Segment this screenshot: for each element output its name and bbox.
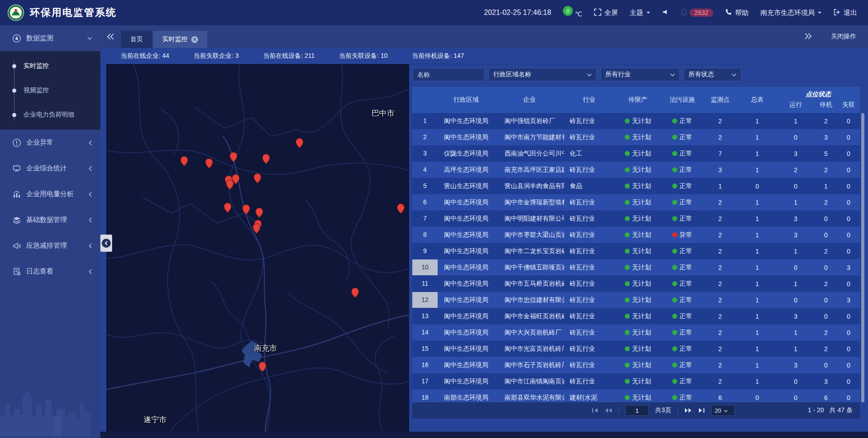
map-pin[interactable]	[351, 287, 359, 298]
tab-realtime-monitor[interactable]: 实时监控 ✕	[153, 31, 207, 48]
cell-stop-status: 无计划	[614, 312, 662, 320]
collapse-sidebar-button[interactable]	[100, 235, 112, 252]
table-header: 行政区域 企业 行业 停限产 治污设施 监测点 总表 点位状态 运行 停机 失联	[412, 87, 860, 113]
table-row[interactable]: 1阆中生态环境局阆中强锐页岩砖厂砖瓦行业无计划正常21120	[412, 113, 860, 129]
map-pin[interactable]	[224, 203, 231, 213]
table-row[interactable]: 10阆中生态环境局阆中千佛镇五郎垭页岩砖瓦行业无计划正常21003	[412, 259, 860, 275]
sidebar-item-video-monitor[interactable]: 视频监控	[0, 78, 100, 103]
stat-item: 当前失联设备: 10	[339, 52, 387, 60]
table-row[interactable]: 13阆中生态环境局阆中市金福旺页岩机砖砖瓦行业无计划正常21300	[412, 308, 860, 324]
row-index: 2	[412, 129, 438, 145]
cell-run-count: 3	[777, 150, 815, 157]
map-pin[interactable]	[259, 362, 266, 372]
table-row[interactable]: 6阆中生态环境局阆中市金博瑞新型墙材砖瓦行业无计划正常21120	[412, 194, 860, 210]
name-filter-input[interactable]	[412, 68, 485, 81]
cell-region: 阆中生态环境局	[438, 280, 495, 288]
column-header-lost: 失联	[837, 101, 860, 109]
sidebar-subitem-label: 实时监控	[24, 62, 49, 70]
cell-lost-count: 0	[837, 215, 860, 222]
help-button[interactable]: 帮助	[725, 9, 749, 17]
scroll-tabs-right-icon[interactable]	[805, 33, 812, 41]
volume-icon	[662, 9, 669, 17]
table-row[interactable]: 15阆中生态环境局阆中市光富页岩机砖厂砖瓦行业无计划正常21120	[412, 341, 860, 357]
logout-button[interactable]: 退出	[833, 9, 857, 17]
cell-run-count: 0	[777, 378, 815, 385]
table-row[interactable]: 16阆中生态环境局阆中市石子页岩机砖厂砖瓦行业无计划正常21300	[412, 357, 860, 373]
table-row[interactable]: 12阆中生态环境局阆中市忠信建材有限公砖瓦行业无计划正常21003	[412, 292, 860, 308]
close-tab-icon[interactable]: ✕	[191, 36, 198, 43]
record-range-label: 1 - 20 共 47 条	[808, 406, 853, 414]
table-scrollbar[interactable]	[861, 113, 864, 402]
table-row[interactable]: 3仪陇生态环境局西南油气田分公司川中化工无计划正常71350	[412, 146, 860, 161]
sidebar-item-log-view[interactable]: 日志查看	[0, 259, 100, 284]
tab-home[interactable]: 首页	[121, 31, 152, 48]
row-index: 8	[412, 227, 438, 243]
org-dropdown[interactable]: 南充市生态环境局	[760, 9, 821, 17]
industry-filter-select[interactable]: 所有行业	[600, 68, 680, 81]
cell-lost-count: 3	[837, 297, 860, 304]
cell-meter-count: 1	[738, 248, 777, 255]
table-row[interactable]: 2阆中生态环境局阆中市南方节能建材有砖瓦行业无计划正常21030	[412, 129, 860, 145]
status-filter-select[interactable]: 所有状态	[684, 68, 741, 81]
sidebar-item-realtime-monitor[interactable]: 实时监控	[0, 54, 100, 78]
cell-facility-status: 正常	[662, 117, 703, 125]
table-row[interactable]: 5营山生态环境局营山县润丰肉食品有限食品无计划正常10010	[412, 178, 860, 194]
map-pin[interactable]	[262, 154, 270, 164]
status-dot	[625, 216, 630, 221]
sidebar-item-data-monitor[interactable]: 数据监测	[0, 25, 100, 51]
map-pin[interactable]	[397, 203, 405, 214]
sidebar-skyline-decoration	[0, 377, 100, 438]
fullscreen-button[interactable]: 全屏	[594, 9, 618, 17]
table-row[interactable]: 18南部生态环境局南部县双华水泥有限公建材(水泥无计划正常60060	[412, 390, 860, 402]
last-page-button[interactable]	[698, 408, 705, 413]
region-filter-select[interactable]: 行政区域名称	[488, 68, 597, 81]
map-pin[interactable]	[242, 204, 250, 215]
cell-industry: 砖瓦行业	[564, 166, 614, 174]
page-size-select[interactable]: 20	[711, 405, 735, 416]
notification-button[interactable]: 2632	[680, 9, 713, 17]
status-dot	[672, 265, 677, 270]
sidebar-item-enterprise-stats[interactable]: 企业综合统计	[0, 155, 100, 181]
table-row[interactable]: 11阆中生态环境局阆中市五马桥页岩机砖砖瓦行业无计划正常21120	[412, 276, 860, 292]
row-index: 17	[412, 373, 438, 389]
map-pin[interactable]	[253, 223, 260, 234]
map[interactable]: 巴中市南充市遂宁市	[106, 64, 409, 432]
first-page-button[interactable]	[592, 408, 599, 413]
volume-button[interactable]	[662, 9, 669, 17]
map-pin[interactable]	[205, 158, 213, 169]
table-row[interactable]: 7阆中生态环境局阆中明阳建材有限公司砖瓦行业无计划正常21300	[412, 211, 860, 226]
sidebar-item-power-analysis[interactable]: 企业用电量分析	[0, 181, 100, 207]
table-row[interactable]: 14阆中生态环境局阆中大兴页岩机砖厂砖瓦行业无计划正常21120	[412, 325, 860, 340]
map-pin[interactable]	[255, 207, 263, 218]
map-pin[interactable]	[296, 138, 303, 148]
table-row[interactable]: 17阆中生态环境局阆中市江南镇阆南页岩砖瓦行业无计划正常21030	[412, 373, 860, 389]
map-pin[interactable]	[180, 156, 188, 166]
close-operations-button[interactable]: 关闭操作	[831, 33, 856, 41]
cell-halt-count: 5	[815, 150, 837, 157]
cell-monitor-count: 1	[703, 183, 738, 190]
next-page-button[interactable]	[684, 408, 692, 413]
sidebar-item-enterprise-alert[interactable]: 企业异常	[0, 130, 100, 155]
temperature-widget: 0 ℃	[563, 8, 582, 18]
table-row[interactable]: 8阆中生态环境局阆中市枣碧大梁山页岩砖瓦行业无计划异常21300	[412, 227, 860, 243]
cell-stop-status: 无计划	[614, 296, 662, 304]
table-row[interactable]: 9阆中生态环境局阆中市二龙长宝页岩砖砖瓦行业无计划正常21120	[412, 243, 860, 259]
table-row[interactable]: 4高坪生态环境局南充市高坪区王家店建砖瓦行业无计划正常31220	[412, 162, 860, 178]
cell-company: 阆中强锐页岩砖厂	[495, 117, 564, 125]
page-number-input[interactable]	[625, 405, 649, 416]
map-pin[interactable]	[254, 173, 261, 184]
theme-dropdown[interactable]: 主题	[630, 9, 650, 17]
map-pin[interactable]	[226, 179, 234, 190]
map-pin[interactable]	[230, 152, 237, 162]
log-document-icon	[12, 267, 22, 277]
chevron-left-icon	[89, 269, 92, 274]
prev-page-button[interactable]	[605, 408, 612, 413]
chevron-down-icon	[731, 71, 736, 78]
fullscreen-icon	[594, 9, 601, 17]
sidebar-item-label: 企业综合统计	[26, 164, 67, 173]
scroll-tabs-left-icon[interactable]	[107, 33, 114, 40]
sidebar-item-base-data[interactable]: 基础数据管理	[0, 207, 100, 233]
sidebar-item-power-load-detail[interactable]: 企业电力负荷明细	[0, 103, 100, 127]
sidebar-item-emergency-reduction[interactable]: 应急减排管理	[0, 233, 100, 259]
cell-halt-count: 0	[815, 362, 837, 369]
